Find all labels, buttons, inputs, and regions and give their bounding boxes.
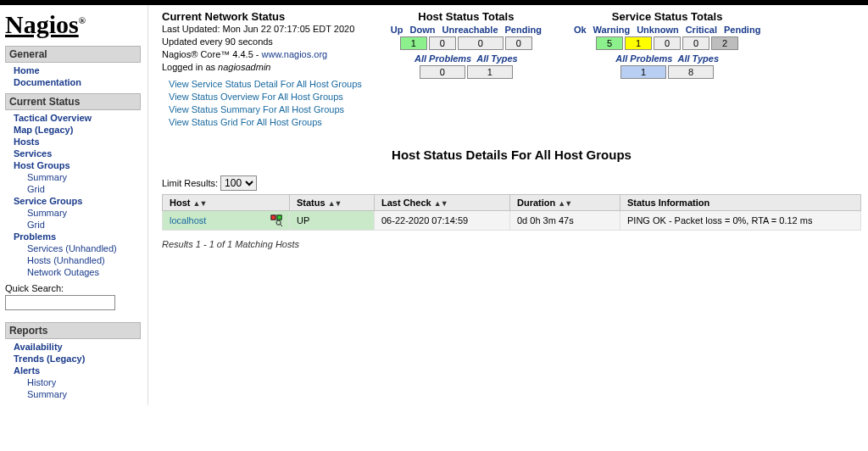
nav-availability[interactable]: Availability	[14, 341, 141, 353]
host-up-count[interactable]: 1	[400, 36, 427, 50]
host-link[interactable]: localhost	[170, 215, 206, 226]
limit-results-select[interactable]: 100	[220, 175, 257, 191]
host-all-problems-count[interactable]: 0	[420, 65, 465, 79]
product-line: Nagios® Core™ 4.4.5 - www.nagios.org	[162, 48, 362, 61]
col-duration[interactable]: Duration ▲▼	[510, 194, 620, 210]
col-last-check[interactable]: Last Check ▲▼	[375, 194, 510, 210]
page-title: Host Status Details For All Host Groups	[162, 148, 861, 162]
quick-search-input[interactable]	[5, 295, 115, 310]
host-status-totals: Host Status Totals Up Down Unreachable P…	[387, 10, 545, 79]
svc-pending-header[interactable]: Pending	[721, 25, 764, 35]
svg-line-3	[280, 224, 282, 226]
cell-status: UP	[290, 210, 375, 230]
host-down-count[interactable]: 0	[429, 36, 456, 50]
sidebar-section-current-status: Current Status	[5, 93, 141, 110]
host-pending-count[interactable]: 0	[505, 36, 532, 50]
nav-hosts[interactable]: Hosts	[14, 136, 141, 148]
link-status-summary[interactable]: View Status Summary For All Host Groups	[169, 103, 362, 116]
nav-problems: Problems	[14, 231, 141, 242]
sort-icon[interactable]: ▲▼	[193, 199, 207, 208]
service-status-totals: Service Status Totals Ok Warning Unknown…	[570, 10, 764, 79]
svg-rect-0	[271, 215, 275, 220]
limit-results-row: Limit Results: 100	[162, 175, 861, 191]
sort-icon[interactable]: ▲▼	[434, 199, 448, 208]
product-link[interactable]: www.nagios.org	[262, 49, 328, 59]
logged-in-user: nagiosadmin	[218, 62, 270, 72]
svc-ok-header[interactable]: Ok	[570, 25, 590, 35]
nav-trends[interactable]: Trends (Legacy)	[14, 353, 141, 365]
nav-hostgroups-grid[interactable]: Grid	[27, 183, 141, 195]
svc-all-problems-count[interactable]: 1	[620, 65, 666, 79]
nav-host-groups[interactable]: Host Groups	[14, 159, 141, 171]
nav-hosts-unhandled[interactable]: Hosts (Unhandled)	[27, 254, 141, 266]
cell-duration: 0d 0h 3m 47s	[510, 210, 620, 230]
svg-rect-1	[277, 215, 281, 220]
svc-all-problems-header[interactable]: All Problems	[615, 53, 672, 64]
svc-unknown-count[interactable]: 0	[654, 36, 681, 50]
host-all-problems-header[interactable]: All Problems	[415, 53, 471, 64]
cell-last-check: 06-22-2020 07:14:59	[375, 210, 510, 230]
nav-service-groups[interactable]: Service Groups	[14, 195, 141, 207]
svc-warning-count[interactable]: 1	[625, 36, 652, 50]
status-title: Current Network Status	[162, 10, 362, 23]
svc-pending-count[interactable]: 2	[711, 36, 738, 50]
host-all-types-header[interactable]: All Types	[476, 53, 518, 64]
col-host[interactable]: Host ▲▼	[163, 194, 290, 210]
logged-in-line: Logged in as nagiosadmin	[162, 61, 362, 74]
svc-unknown-header[interactable]: Unknown	[633, 25, 682, 35]
link-service-status-detail[interactable]: View Service Status Detail For All Host …	[169, 78, 362, 91]
last-updated: Last Updated: Mon Jun 22 07:17:05 EDT 20…	[162, 23, 362, 36]
svc-all-types-count[interactable]: 8	[668, 65, 714, 79]
table-row: localhost UP 06-22-2020 07:14:59 0d 0h 3…	[163, 210, 861, 230]
sort-icon[interactable]: ▲▼	[328, 199, 342, 208]
svc-all-types-header[interactable]: All Types	[678, 53, 720, 64]
nav-hostgroups-summary[interactable]: Summary	[27, 171, 141, 183]
link-status-overview[interactable]: View Status Overview For All Host Groups	[169, 91, 362, 103]
update-interval: Updated every 90 seconds	[162, 36, 362, 48]
cell-info: PING OK - Packet loss = 0%, RTA = 0.12 m…	[620, 210, 861, 230]
logo: Nagios®	[5, 10, 141, 39]
nav-alerts-summary[interactable]: Summary	[27, 388, 141, 400]
status-info-box: Current Network Status Last Updated: Mon…	[162, 10, 362, 129]
nav-map[interactable]: Map (Legacy)	[14, 124, 141, 136]
nav-alerts-history[interactable]: History	[27, 376, 141, 388]
nav-documentation[interactable]: Documentation	[14, 76, 141, 88]
nav-servicegroups-summary[interactable]: Summary	[27, 207, 141, 219]
host-unreachable-count[interactable]: 0	[458, 36, 504, 50]
svc-warning-header[interactable]: Warning	[590, 25, 634, 35]
host-totals-title: Host Status Totals	[387, 10, 545, 23]
quick-search-label: Quick Search:	[5, 283, 141, 293]
host-status-table: Host ▲▼ Status ▲▼ Last Check ▲▼ Duration…	[162, 194, 861, 231]
limit-label: Limit Results:	[162, 178, 218, 188]
nav-services[interactable]: Services	[14, 148, 141, 159]
host-down-header[interactable]: Down	[407, 25, 439, 35]
host-unreachable-header[interactable]: Unreachable	[438, 25, 501, 35]
sidebar-section-reports: Reports	[5, 322, 141, 339]
svc-ok-count[interactable]: 5	[596, 36, 623, 50]
sidebar-section-general: General	[5, 46, 141, 63]
nav-services-unhandled[interactable]: Services (Unhandled)	[27, 242, 141, 254]
sidebar: Nagios® General Home Documentation Curre…	[0, 5, 148, 405]
host-pending-header[interactable]: Pending	[502, 25, 545, 35]
host-all-types-count[interactable]: 1	[467, 65, 513, 79]
nav-tactical-overview[interactable]: Tactical Overview	[14, 112, 141, 124]
results-pager: Results 1 - 1 of 1 Matching Hosts	[162, 239, 861, 249]
svc-critical-header[interactable]: Critical	[682, 25, 721, 35]
nav-home[interactable]: Home	[14, 64, 141, 76]
col-status[interactable]: Status ▲▼	[290, 194, 375, 210]
nav-network-outages[interactable]: Network Outages	[27, 266, 141, 278]
service-totals-title: Service Status Totals	[570, 10, 764, 23]
sort-icon[interactable]: ▲▼	[558, 199, 571, 208]
host-up-header[interactable]: Up	[387, 25, 407, 35]
nav-alerts[interactable]: Alerts	[14, 365, 141, 376]
host-detail-icon[interactable]	[270, 214, 282, 226]
svc-critical-count[interactable]: 0	[682, 36, 709, 50]
link-status-grid[interactable]: View Status Grid For All Host Groups	[169, 116, 362, 129]
nav-servicegroups-grid[interactable]: Grid	[27, 219, 141, 231]
col-status-info: Status Information	[620, 194, 861, 210]
main-content: Current Network Status Last Updated: Mon…	[148, 5, 868, 405]
